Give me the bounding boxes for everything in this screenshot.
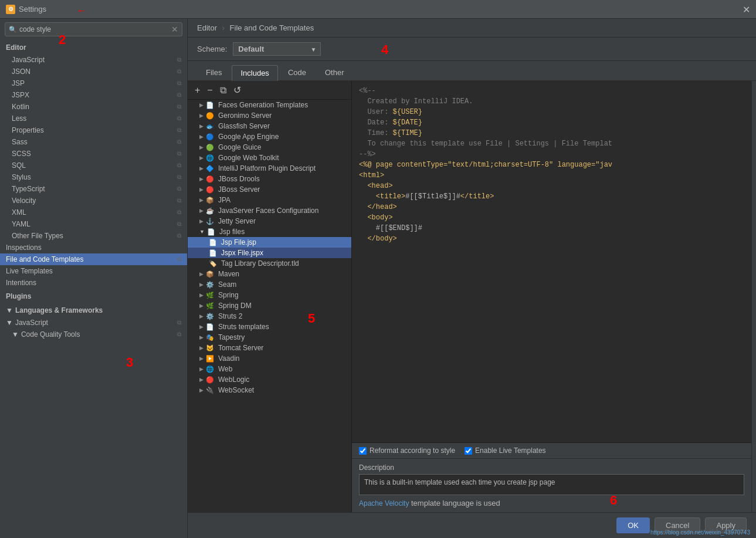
tree-label-google-app: Google App Engine — [218, 133, 279, 141]
sidebar-item-other-file-types[interactable]: Other File Types ⧉ — [0, 230, 187, 242]
tree-icon-spring-dm: 🌿 — [206, 302, 214, 310]
tree-arrow-jsp-files: ▼ — [199, 229, 205, 235]
tree-item-vaadin[interactable]: ▶ ▶️ Vaadin — [188, 353, 351, 364]
tree-label-websocket: WebSocket — [218, 386, 254, 394]
tab-code[interactable]: Code — [279, 65, 315, 80]
tree-item-glassfish[interactable]: ▶ 🐟 Glassfish Server — [188, 121, 351, 131]
sidebar-item-sass[interactable]: Sass ⧉ — [0, 136, 187, 148]
tree-label-spring: Spring — [218, 291, 239, 299]
sidebar-item-code-quality[interactable]: ▼ Code Quality Tools ⧉ — [0, 329, 187, 340]
ok-button[interactable]: OK — [616, 517, 650, 533]
sidebar-item-scss[interactable]: SCSS ⧉ — [0, 148, 187, 160]
sidebar-item-javascript[interactable]: JavaScript ⧉ — [0, 54, 187, 66]
copy-icon-less: ⧉ — [177, 115, 181, 122]
tree-label-glassfish: Glassfish Server — [218, 122, 270, 130]
annotation-4: 4 — [381, 42, 388, 57]
tree-arrow-tapestry: ▶ — [199, 334, 204, 340]
watermark: https://blog.csdn.net/weixin_43970743 — [650, 529, 750, 536]
tab-includes[interactable]: Includes — [232, 65, 277, 81]
sidebar-item-less[interactable]: Less ⧉ — [0, 113, 187, 124]
sidebar-item-sql[interactable]: SQL ⧉ — [0, 160, 187, 171]
sidebar-item-properties[interactable]: Properties ⧉ — [0, 124, 187, 136]
sidebar-item-typescript[interactable]: TypeScript ⧉ — [0, 183, 187, 195]
tree-item-jboss-drools[interactable]: ▶ 🔴 JBoss Drools — [188, 174, 351, 184]
close-button[interactable]: ✕ — [743, 4, 750, 15]
tree-item-websocket[interactable]: ▶ 🔌 WebSocket — [188, 385, 351, 395]
sidebar-item-live-templates[interactable]: Live Templates — [0, 265, 187, 277]
tree-item-tld[interactable]: 🏷️ Tag Library Descriptor.tld — [188, 258, 351, 269]
sidebar-item-intentions[interactable]: Intentions — [0, 277, 187, 289]
tree-icon-jboss-server: 🔴 — [206, 186, 214, 194]
copy-icon-sql: ⧉ — [177, 162, 181, 169]
tab-files[interactable]: Files — [197, 65, 230, 80]
code-editor[interactable]: <%-- Created by IntelliJ IDEA. User: ${U… — [352, 81, 751, 442]
tree-label-jetty: Jetty Server — [218, 217, 256, 225]
sidebar-item-jsp[interactable]: JSP ⧉ — [0, 77, 187, 89]
tab-other[interactable]: Other — [316, 65, 353, 80]
annotation-arrow-1: ← — [76, 5, 87, 17]
tree-icon-jetty: ⚓ — [206, 218, 214, 225]
vertical-scrollbar[interactable] — [751, 81, 756, 512]
sidebar-item-jspx[interactable]: JSPX ⧉ — [0, 89, 187, 101]
copy-icon-kotlin: ⧉ — [177, 103, 181, 110]
sidebar-item-kotlin[interactable]: Kotlin ⧉ — [0, 101, 187, 113]
tree-item-web[interactable]: ▶ 🌐 Web — [188, 364, 351, 374]
tree-icon-faces: 📄 — [206, 101, 214, 109]
remove-template-button[interactable]: − — [205, 84, 215, 97]
tree-item-google-app-engine[interactable]: ▶ 🔵 Google App Engine — [188, 131, 351, 142]
copy-icon-xml: ⧉ — [177, 209, 181, 216]
tree-item-intellij[interactable]: ▶ 🔷 IntelliJ Platform Plugin Descript — [188, 163, 351, 174]
copy-template-button[interactable]: ⧉ — [218, 84, 229, 97]
reset-template-button[interactable]: ↺ — [231, 83, 243, 97]
sidebar-item-json[interactable]: JSON ⧉ — [0, 66, 187, 77]
tree-item-spring[interactable]: ▶ 🌿 Spring — [188, 290, 351, 300]
tree-item-gwt[interactable]: ▶ 🌐 Google Web Toolkit — [188, 153, 351, 163]
reformat-checkbox[interactable] — [359, 447, 367, 455]
tree-item-tapestry[interactable]: ▶ 🎭 Tapestry — [188, 332, 351, 343]
code-line-10: <head> — [359, 181, 744, 191]
scheme-select[interactable]: Default Project — [233, 42, 321, 56]
tree-item-spring-dm[interactable]: ▶ 🌿 Spring DM — [188, 300, 351, 311]
code-line-2: Created by IntelliJ IDEA. — [359, 96, 744, 107]
search-clear-icon[interactable]: ✕ — [171, 25, 178, 34]
code-line-4: Date: ${DATE} — [359, 117, 744, 128]
tree-item-jspx-file[interactable]: 📄 Jspx File.jspx — [188, 248, 351, 258]
copy-icon-jsp: ⧉ — [177, 80, 181, 87]
sidebar-item-velocity[interactable]: Velocity ⧉ — [0, 195, 187, 207]
add-template-button[interactable]: + — [192, 84, 202, 97]
tree-item-jpa[interactable]: ▶ 📦 JPA — [188, 195, 351, 205]
tree-item-jsp-files[interactable]: ▼ 📄 Jsp files — [188, 226, 351, 237]
sidebar-item-inspections[interactable]: Inspections — [0, 242, 187, 253]
tree-item-jsp-file[interactable]: 📄 Jsp File.jsp — [188, 237, 351, 248]
tree-arrow-spring: ▶ — [199, 292, 204, 298]
live-templates-checkbox[interactable] — [465, 447, 472, 455]
tree-item-geronimo[interactable]: ▶ 🟠 Geronimo Server — [188, 110, 351, 121]
tree-item-jetty[interactable]: ▶ ⚓ Jetty Server — [188, 216, 351, 226]
apache-velocity-link[interactable]: Apache Velocity — [359, 499, 409, 507]
scheme-row: Scheme: Default Project 4 — [188, 38, 756, 61]
sidebar-item-stylus[interactable]: Stylus ⧉ — [0, 171, 187, 183]
right-panel: Editor › File and Code Templates Scheme:… — [188, 19, 756, 538]
tree-item-struts-templates[interactable]: ▶ 📄 Struts templates — [188, 322, 351, 332]
tree-item-jboss-server[interactable]: ▶ 🔴 JBoss Server — [188, 184, 351, 195]
sidebar-item-file-and-code-templates[interactable]: File and Code Templates ⧉ — [0, 253, 187, 265]
tree-label-jspx-file: Jspx File.jspx — [221, 249, 263, 257]
tree-item-faces[interactable]: ▶ 📄 Faces Generation Templates — [188, 100, 351, 110]
tree-item-struts2[interactable]: ▶ ⚙️ Struts 2 — [188, 311, 351, 322]
tree-item-weblogic[interactable]: ▶ 🔴 WebLogic — [188, 374, 351, 385]
tree-label-faces: Faces Generation Templates — [218, 101, 308, 109]
tree-item-maven[interactable]: ▶ 📦 Maven — [188, 269, 351, 279]
tree-label-gwt: Google Web Toolkit — [218, 154, 279, 162]
copy-icon-javascript-lang: ⧉ — [177, 319, 181, 326]
code-line-13: <body> — [359, 212, 744, 223]
tree-item-jsf[interactable]: ▶ ☕ JavaServer Faces Configuration — [188, 205, 351, 216]
search-input[interactable] — [19, 25, 171, 33]
tree-item-tomcat[interactable]: ▶ 🐱 Tomcat Server — [188, 343, 351, 353]
sidebar-item-yaml[interactable]: YAML ⧉ — [0, 218, 187, 230]
sidebar-item-xml[interactable]: XML ⧉ — [0, 207, 187, 218]
tree-label-seam: Seam — [218, 280, 236, 289]
tree-item-google-guice[interactable]: ▶ 🟢 Google Guice — [188, 142, 351, 153]
tree-item-seam[interactable]: ▶ ⚙️ Seam — [188, 279, 351, 290]
description-link-suffix: template language is used — [409, 499, 500, 507]
sidebar-item-javascript-lang[interactable]: ▼ JavaScript ⧉ — [0, 317, 187, 329]
